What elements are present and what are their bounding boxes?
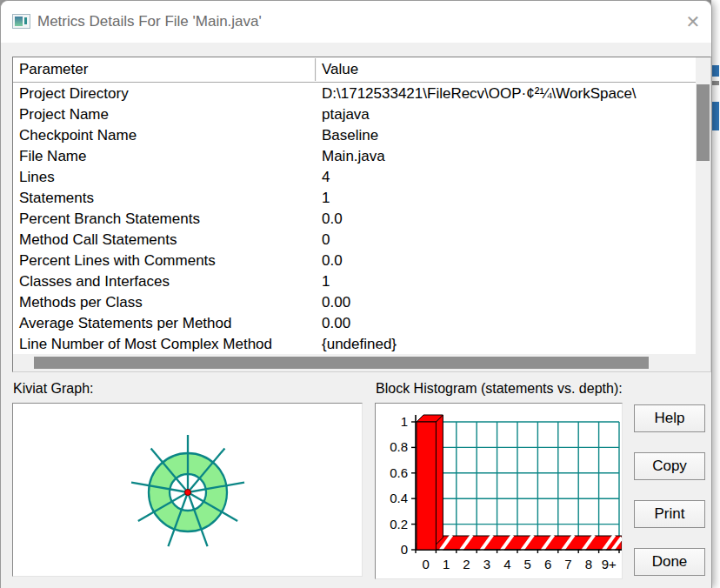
metrics-details-dialog: Metrics Details For File 'Main.java' ✕ P… [0, 0, 712, 588]
parameter-cell: Methods per Class [19, 292, 143, 313]
parameter-cell: Checkpoint Name [19, 125, 137, 146]
screenshot-canvas: Metrics Details For File 'Main.java' ✕ P… [0, 0, 720, 588]
x-tick-label: 3 [483, 557, 490, 571]
parameter-cell: Percent Lines with Comments [19, 251, 216, 271]
x-tick-label: 1 [443, 557, 450, 571]
histogram-bar-side [436, 415, 443, 545]
app-window-icon [12, 14, 30, 29]
parameter-cell: Statements [19, 188, 94, 209]
table-row[interactable]: File NameMain.java [13, 146, 696, 167]
table-row[interactable]: Project DirectoryD:\1712533421\FileRecv\… [13, 84, 696, 104]
value-cell: 0.00 [322, 292, 350, 313]
y-tick-label: 0 [401, 542, 408, 557]
value-cell: 1 [322, 188, 330, 209]
kiviat-graph [13, 404, 362, 576]
parameter-cell: Line Number of Most Complex Method [19, 334, 272, 354]
parameter-cell: Method Call Statements [19, 230, 177, 251]
y-tick-label: 0.8 [390, 439, 408, 454]
table-row[interactable]: Statements1 [13, 188, 696, 209]
parameter-cell: File Name [19, 146, 86, 167]
histogram-bar [417, 422, 436, 550]
value-cell: 1 [322, 271, 330, 292]
x-tick-label: 6 [544, 557, 551, 571]
table-row[interactable]: Project Nameptajava [13, 104, 696, 125]
value-cell: 4 [322, 167, 330, 188]
x-tick-label: 5 [524, 557, 531, 571]
background-window-sliver [711, 0, 720, 588]
table-header: Parameter Value [13, 57, 696, 83]
table-row[interactable]: Percent Branch Statements0.0 [13, 209, 696, 230]
value-cell: D:\1712533421\FileRecv\OOP·¢²¼\WorkSpace… [322, 84, 637, 104]
value-cell: ptajava [322, 104, 370, 125]
dialog-title: Metrics Details For File 'Main.java' [37, 1, 262, 43]
table-rows: Project DirectoryD:\1712533421\FileRecv\… [13, 84, 696, 354]
parameter-cell: Percent Branch Statements [19, 209, 200, 230]
y-tick-label: 0.6 [390, 465, 408, 480]
x-tick-label: 8 [585, 557, 592, 571]
value-cell: 0.0 [322, 209, 343, 230]
block-histogram-label: Block Histogram (statements vs. depth): [376, 381, 623, 397]
x-tick-label: 4 [503, 557, 510, 571]
background-blue-item [712, 102, 719, 130]
table-row[interactable]: Percent Lines with Comments0.0 [13, 251, 696, 271]
title-bar: Metrics Details For File 'Main.java' ✕ [1, 1, 711, 43]
parameter-cell: Classes and Interfaces [19, 271, 170, 292]
value-cell: 0 [322, 230, 330, 251]
close-icon: ✕ [686, 12, 701, 31]
value-cell: {undefined} [322, 334, 397, 354]
parameter-cell: Project Name [19, 104, 109, 125]
value-cell: Baseline [322, 125, 378, 146]
vertical-scrollbar-thumb[interactable] [697, 84, 710, 161]
table-row[interactable]: Average Statements per Method0.00 [13, 313, 696, 334]
x-tick-label: 2 [463, 557, 470, 571]
value-cell: Main.java [322, 146, 385, 167]
x-tick-label: 0 [423, 557, 430, 571]
close-button[interactable]: ✕ [678, 8, 708, 36]
kiviat-graph-panel [12, 403, 363, 577]
table-row[interactable]: Lines4 [13, 167, 696, 188]
parameter-cell: Project Directory [19, 84, 129, 104]
vertical-scrollbar[interactable] [696, 57, 710, 371]
column-header-value[interactable]: Value [322, 57, 358, 82]
background-blue-item [712, 65, 719, 77]
help-button[interactable]: Help [634, 404, 705, 432]
value-cell: 0.00 [322, 313, 350, 334]
parameter-cell: Lines [19, 167, 55, 188]
kiviat-center-dot [185, 490, 191, 496]
metrics-table: Parameter Value Project DirectoryD:\1712… [12, 57, 711, 372]
copy-button[interactable]: Copy [634, 452, 705, 480]
y-tick-label: 0.2 [390, 517, 408, 531]
table-row[interactable]: Method Call Statements0 [13, 230, 696, 251]
table-row[interactable]: Line Number of Most Complex Method{undef… [13, 334, 696, 354]
y-tick-label: 1 [401, 414, 408, 429]
print-button[interactable]: Print [634, 500, 705, 528]
table-row[interactable]: Classes and Interfaces1 [13, 271, 696, 292]
block-histogram-panel: 00.20.40.60.810123456789+ [375, 403, 623, 579]
column-header-parameter[interactable]: Parameter [19, 57, 88, 82]
block-histogram-chart: 00.20.40.60.810123456789+ [376, 404, 622, 578]
kiviat-graph-label: Kiviat Graph: [13, 381, 93, 397]
column-separator[interactable] [315, 58, 317, 81]
value-cell: 0.0 [322, 251, 343, 271]
y-tick-label: 0.4 [390, 491, 408, 505]
background-gray-item [712, 81, 719, 85]
x-tick-label: 9+ [602, 557, 617, 571]
done-button[interactable]: Done [634, 548, 705, 576]
horizontal-scrollbar[interactable] [13, 354, 696, 371]
table-row[interactable]: Checkpoint NameBaseline [13, 125, 696, 146]
parameter-cell: Average Statements per Method [19, 313, 231, 334]
table-row[interactable]: Methods per Class0.00 [13, 292, 696, 313]
x-tick-label: 7 [564, 557, 571, 571]
horizontal-scrollbar-thumb[interactable] [34, 357, 649, 369]
